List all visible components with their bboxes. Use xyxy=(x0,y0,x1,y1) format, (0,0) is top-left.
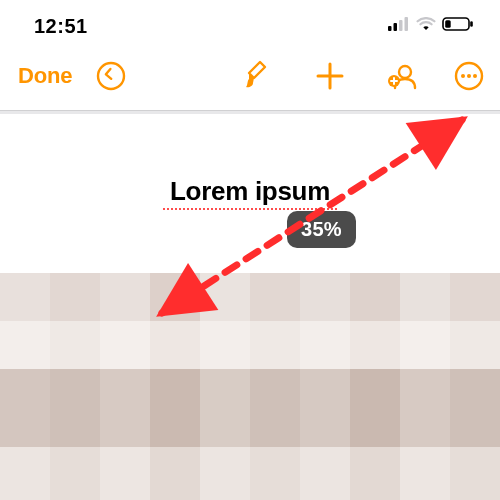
status-bar: 12:51 xyxy=(0,0,500,42)
svg-rect-1 xyxy=(394,23,398,31)
blurred-content xyxy=(0,321,500,369)
zoom-indicator: 35% xyxy=(287,211,356,248)
svg-rect-3 xyxy=(405,17,409,31)
add-icon[interactable] xyxy=(314,60,346,92)
svg-rect-5 xyxy=(445,20,451,28)
svg-rect-6 xyxy=(470,21,473,27)
battery-icon xyxy=(442,17,474,35)
blurred-content xyxy=(0,447,500,500)
status-time: 12:51 xyxy=(34,15,88,38)
svg-point-12 xyxy=(467,74,471,78)
document-title[interactable]: Lorem ipsum xyxy=(0,176,500,207)
svg-rect-0 xyxy=(388,26,392,31)
done-button[interactable]: Done xyxy=(18,63,72,89)
wifi-icon xyxy=(416,17,436,35)
svg-point-7 xyxy=(98,63,124,89)
svg-rect-2 xyxy=(399,20,403,31)
blurred-content xyxy=(0,369,500,447)
cellular-signal-icon xyxy=(388,17,410,35)
svg-point-11 xyxy=(461,74,465,78)
svg-point-8 xyxy=(399,66,411,78)
document-canvas[interactable]: Lorem ipsum 35% xyxy=(0,114,500,500)
spellcheck-underline xyxy=(163,208,337,210)
svg-point-13 xyxy=(473,74,477,78)
toolbar: Done xyxy=(0,42,500,110)
blurred-content xyxy=(0,273,500,321)
more-icon[interactable] xyxy=(452,59,486,93)
collaborate-icon[interactable] xyxy=(386,59,420,93)
status-indicators xyxy=(388,17,474,35)
format-brush-icon[interactable] xyxy=(240,59,270,93)
undo-icon[interactable] xyxy=(94,59,128,93)
